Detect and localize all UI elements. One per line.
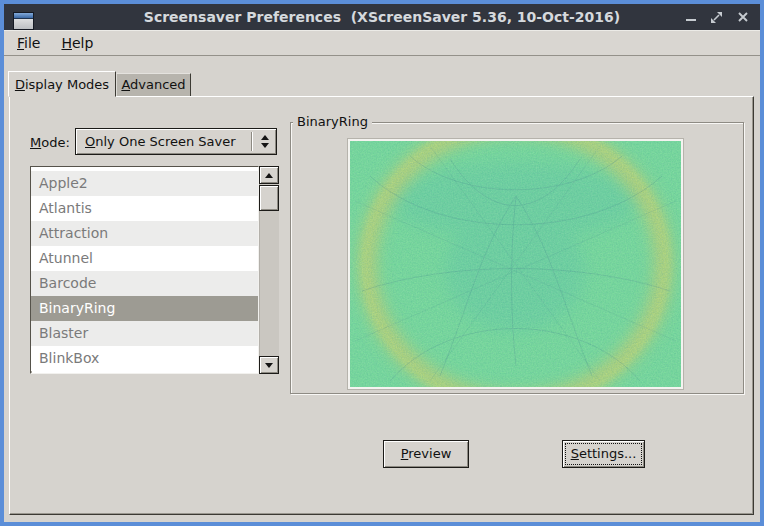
list-scrollbar[interactable] <box>259 166 279 374</box>
scrollbar-down-button[interactable] <box>259 356 279 374</box>
minimize-icon <box>686 19 696 21</box>
list-item-attraction[interactable]: Attraction <box>31 221 258 246</box>
tab-display-modes[interactable]: Display Modes <box>8 71 116 97</box>
scroll-down-icon <box>265 363 273 368</box>
arrow-down-icon <box>261 143 269 148</box>
dropdown-spinner-icon <box>258 135 272 148</box>
list-item-barcode[interactable]: Barcode <box>31 271 258 296</box>
dropdown-separator <box>251 132 253 151</box>
list-item-atlantis[interactable]: Atlantis <box>31 196 258 221</box>
list-item-binaryring-selected[interactable]: BinaryRing <box>31 296 258 321</box>
xscreensaver-preferences-window: Screensaver Preferences (XScreenSaver 5.… <box>0 0 764 526</box>
maximize-icon <box>710 11 723 24</box>
arrow-up-icon <box>261 135 269 140</box>
list-item-atunnel[interactable]: Atunnel <box>31 246 258 271</box>
screensaver-list: Apple2 Atlantis Attraction Atunnel Barco… <box>30 166 259 374</box>
scrollbar-thumb[interactable] <box>259 185 279 211</box>
preview-frame-label: BinaryRing <box>293 114 372 129</box>
preview-button[interactable]: Preview <box>383 440 469 468</box>
maximize-button[interactable] <box>709 10 724 25</box>
binaryring-preview-graphic <box>350 141 681 387</box>
mode-label: Mode: <box>30 135 70 150</box>
mode-dropdown[interactable]: Only One Screen Saver <box>75 128 277 155</box>
menubar: File Help <box>4 30 760 56</box>
menu-help[interactable]: Help <box>61 35 93 51</box>
scrollbar-up-button[interactable] <box>259 166 279 184</box>
window-title: Screensaver Preferences (XScreenSaver 5.… <box>4 9 760 25</box>
window-menu-icon[interactable] <box>13 12 34 30</box>
tab-advanced[interactable]: Advanced <box>116 73 191 97</box>
window-controls <box>683 4 750 30</box>
close-button[interactable] <box>735 10 750 25</box>
menu-file[interactable]: File <box>17 35 40 51</box>
scroll-up-icon <box>265 173 273 178</box>
screensaver-preview-image <box>348 139 683 389</box>
list-item-blaster[interactable]: Blaster <box>31 321 258 346</box>
settings-button[interactable]: Settings... <box>562 440 645 468</box>
mode-dropdown-value: Only One Screen Saver <box>76 134 251 149</box>
list-item-apple2[interactable]: Apple2 <box>31 171 258 196</box>
close-icon <box>737 11 749 23</box>
minimize-button[interactable] <box>683 10 698 25</box>
titlebar[interactable]: Screensaver Preferences (XScreenSaver 5.… <box>4 4 760 30</box>
list-item-blinkbox[interactable]: BlinkBox <box>31 346 258 371</box>
